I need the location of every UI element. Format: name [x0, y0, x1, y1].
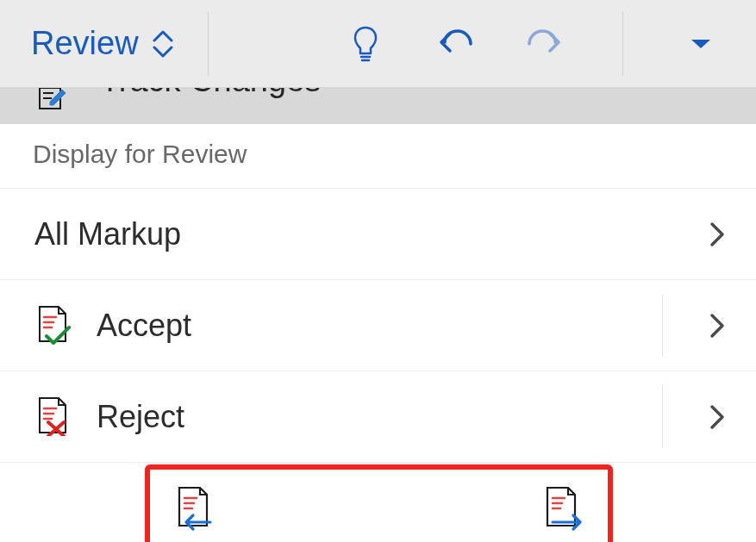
previous-change-button[interactable] [171, 484, 214, 533]
toolbar: Review [0, 0, 756, 88]
accept-row[interactable]: Accept [0, 279, 756, 371]
prev-next-row [0, 462, 756, 542]
reject-icon [34, 395, 72, 439]
section-label: Display for Review [0, 124, 756, 188]
next-change-button[interactable] [540, 484, 584, 533]
reject-row[interactable]: Reject [0, 371, 756, 462]
undo-button[interactable] [436, 25, 474, 63]
toolbar-separator [622, 12, 623, 76]
chevron-right-icon [709, 313, 725, 339]
all-markup-label: All Markup [34, 216, 709, 252]
track-changes-label: Track Changes [100, 88, 321, 99]
reject-label: Reject [97, 399, 709, 435]
all-markup-row[interactable]: All Markup [0, 188, 756, 279]
dropdown-button[interactable] [682, 25, 720, 63]
track-changes-row-partial[interactable]: Track Changes [0, 88, 756, 124]
tab-review[interactable]: Review [0, 0, 197, 87]
accept-icon [34, 303, 72, 348]
track-changes-icon [38, 88, 69, 115]
highlight-box [145, 464, 613, 542]
redo-button[interactable] [526, 25, 564, 63]
tab-label: Review [31, 25, 139, 62]
chevron-right-icon [709, 404, 725, 430]
tab-switcher-icon [153, 30, 173, 58]
accept-label: Accept [97, 308, 709, 344]
toolbar-separator [208, 12, 209, 76]
chevron-right-icon [709, 221, 725, 247]
review-panel: Display for Review All Markup Accept Rej… [0, 124, 756, 542]
lightbulb-button[interactable] [347, 25, 384, 63]
